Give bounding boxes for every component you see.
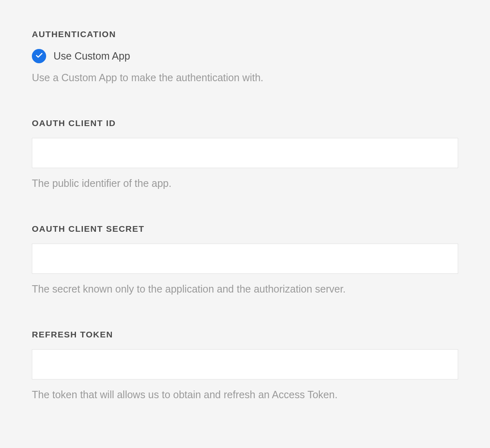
use-custom-app-checkbox[interactable] [32,49,46,63]
oauth-client-secret-label: OAUTH CLIENT SECRET [32,224,458,234]
refresh-token-label: REFRESH TOKEN [32,330,458,339]
use-custom-app-label: Use Custom App [53,50,130,62]
use-custom-app-row: Use Custom App [32,49,458,63]
oauth-client-secret-input[interactable] [32,244,458,274]
refresh-token-input[interactable] [32,349,458,379]
oauth-client-id-help: The public identifier of the app. [32,176,458,191]
oauth-client-id-input[interactable] [32,138,458,168]
oauth-client-id-label: OAUTH CLIENT ID [32,118,458,128]
oauth-client-id-section: OAUTH CLIENT ID The public identifier of… [32,118,458,191]
oauth-client-secret-section: OAUTH CLIENT SECRET The secret known onl… [32,224,458,296]
refresh-token-section: REFRESH TOKEN The token that will allows… [32,330,458,402]
authentication-section: AUTHENTICATION Use Custom App Use a Cust… [32,29,458,85]
oauth-client-secret-help: The secret known only to the application… [32,282,458,296]
refresh-token-help: The token that will allows us to obtain … [32,388,458,402]
checkmark-icon [35,51,43,61]
authentication-help: Use a Custom App to make the authenticat… [32,71,458,85]
authentication-label: AUTHENTICATION [32,29,458,39]
